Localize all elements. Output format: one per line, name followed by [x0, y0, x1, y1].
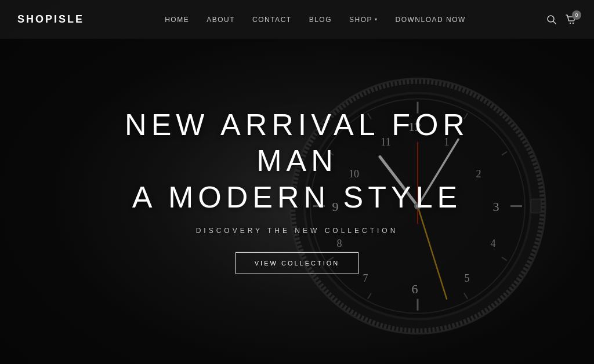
nav-item-about[interactable]: ABOUT	[207, 16, 235, 24]
site-logo: SHOPISLE	[17, 13, 84, 26]
svg-point-37	[570, 22, 571, 23]
svg-point-38	[573, 22, 574, 23]
hero-title-line2: A MODERN STYLE	[132, 180, 462, 214]
cart-count: 0	[572, 10, 581, 20]
shop-dropdown-chevron: ▾	[375, 17, 378, 22]
nav-item-shop[interactable]: SHOP ▾	[349, 16, 378, 24]
hero-title: NEW ARRIVAL FOR MAN A MODERN STYLE	[94, 107, 500, 215]
main-nav: HOME ABOUT CONTACT BLOG SHOP ▾ DOWNLOAD …	[165, 16, 466, 24]
svg-line-36	[553, 21, 556, 24]
hero-content: NEW ARRIVAL FOR MAN A MODERN STYLE DISCO…	[94, 107, 500, 274]
search-icon	[546, 14, 557, 25]
search-button[interactable]	[546, 14, 557, 25]
view-collection-button[interactable]: VIEW COLLECTION	[236, 252, 358, 274]
header-icons: 0	[546, 14, 577, 26]
nav-item-blog[interactable]: BLOG	[309, 16, 332, 24]
nav-item-download[interactable]: DOWNLOAD NOW	[396, 16, 466, 24]
hero-subtitle: DISCOVERY THE NEW COLLECTION	[94, 227, 500, 235]
header: SHOPISLE HOME ABOUT CONTACT BLOG SHOP ▾ …	[0, 0, 594, 39]
hero-title-line1: NEW ARRIVAL FOR MAN	[125, 108, 469, 177]
nav-item-home[interactable]: HOME	[165, 16, 189, 24]
cart-button[interactable]: 0	[565, 14, 577, 26]
nav-item-contact[interactable]: CONTACT	[252, 16, 292, 24]
